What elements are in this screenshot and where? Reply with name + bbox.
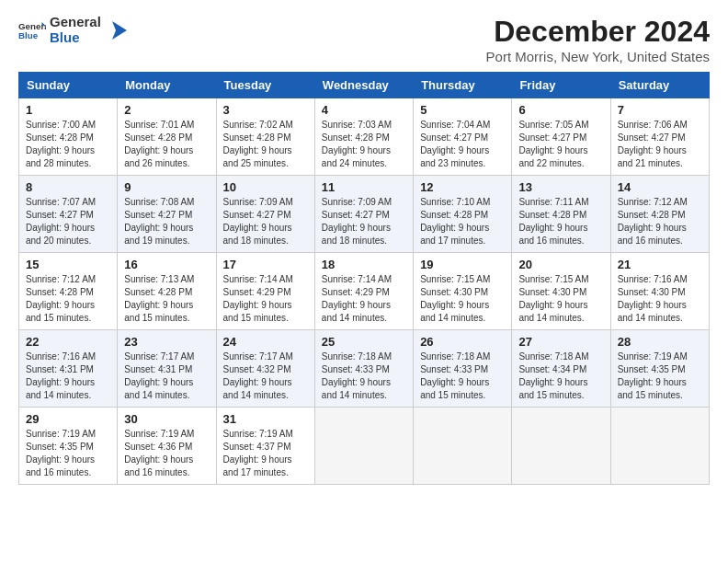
sunset-label: Sunset: 4:27 PM xyxy=(518,132,586,143)
sunset-label: Sunset: 4:28 PM xyxy=(518,210,586,220)
day-number: 20 xyxy=(518,258,603,271)
day-number: 27 xyxy=(518,335,603,349)
calendar-cell: 16 Sunrise: 7:13 AM Sunset: 4:28 PM Dayl… xyxy=(118,253,216,330)
daylight-label: Daylight: 9 hours and 14 minutes. xyxy=(124,377,193,400)
calendar-cell: 1 Sunrise: 7:00 AM Sunset: 4:28 PM Dayli… xyxy=(19,98,118,176)
sunrise-label: Sunrise: 7:03 AM xyxy=(322,120,392,130)
calendar-table: SundayMondayTuesdayWednesdayThursdayFrid… xyxy=(18,72,710,485)
sunset-label: Sunset: 4:35 PM xyxy=(618,364,686,374)
sunset-label: Sunset: 4:27 PM xyxy=(124,210,192,220)
day-info: Sunrise: 7:19 AM Sunset: 4:36 PM Dayligh… xyxy=(124,428,209,479)
calendar-cell: 14 Sunrise: 7:12 AM Sunset: 4:28 PM Dayl… xyxy=(610,176,709,253)
day-info: Sunrise: 7:10 AM Sunset: 4:28 PM Dayligh… xyxy=(420,196,505,247)
daylight-label: Daylight: 9 hours and 18 minutes. xyxy=(223,223,292,246)
day-number: 30 xyxy=(124,412,209,426)
calendar-cell: 29 Sunrise: 7:19 AM Sunset: 4:35 PM Dayl… xyxy=(19,408,118,485)
title-area: December 2024 Port Morris, New York, Uni… xyxy=(486,15,710,64)
sunrise-label: Sunrise: 7:07 AM xyxy=(26,197,96,207)
day-info: Sunrise: 7:19 AM Sunset: 4:35 PM Dayligh… xyxy=(26,428,110,479)
day-info: Sunrise: 7:07 AM Sunset: 4:27 PM Dayligh… xyxy=(26,196,110,247)
day-number: 14 xyxy=(618,180,702,194)
sunrise-label: Sunrise: 7:06 AM xyxy=(618,120,688,130)
daylight-label: Daylight: 9 hours and 15 minutes. xyxy=(518,377,587,400)
calendar-body: 1 Sunrise: 7:00 AM Sunset: 4:28 PM Dayli… xyxy=(19,98,710,485)
day-info: Sunrise: 7:12 AM Sunset: 4:28 PM Dayligh… xyxy=(618,196,702,247)
calendar-cell: 5 Sunrise: 7:04 AM Sunset: 4:27 PM Dayli… xyxy=(414,98,512,176)
daylight-label: Daylight: 9 hours and 16 minutes. xyxy=(518,223,587,246)
sunset-label: Sunset: 4:27 PM xyxy=(26,210,94,220)
day-number: 4 xyxy=(322,103,406,117)
sunrise-label: Sunrise: 7:09 AM xyxy=(223,197,293,207)
day-number: 8 xyxy=(26,180,110,194)
sunrise-label: Sunrise: 7:19 AM xyxy=(26,429,96,439)
column-header-sunday: Sunday xyxy=(19,73,118,98)
daylight-label: Daylight: 9 hours and 14 minutes. xyxy=(618,300,687,323)
day-number: 31 xyxy=(223,412,308,426)
day-number: 22 xyxy=(26,335,110,349)
day-info: Sunrise: 7:14 AM Sunset: 4:29 PM Dayligh… xyxy=(322,273,406,325)
sunset-label: Sunset: 4:29 PM xyxy=(223,287,291,297)
sunset-label: Sunset: 4:30 PM xyxy=(420,287,488,297)
daylight-label: Daylight: 9 hours and 16 minutes. xyxy=(124,454,193,477)
daylight-label: Daylight: 9 hours and 26 minutes. xyxy=(124,145,193,168)
calendar-cell: 24 Sunrise: 7:17 AM Sunset: 4:32 PM Dayl… xyxy=(216,330,314,408)
day-info: Sunrise: 7:09 AM Sunset: 4:27 PM Dayligh… xyxy=(223,196,308,247)
day-info: Sunrise: 7:04 AM Sunset: 4:27 PM Dayligh… xyxy=(420,119,505,170)
sunrise-label: Sunrise: 7:11 AM xyxy=(518,197,588,207)
calendar-cell: 27 Sunrise: 7:18 AM Sunset: 4:34 PM Dayl… xyxy=(512,330,610,408)
day-number: 15 xyxy=(26,258,110,271)
daylight-label: Daylight: 9 hours and 28 minutes. xyxy=(26,145,95,168)
day-number: 9 xyxy=(124,180,209,194)
day-number: 1 xyxy=(26,103,110,117)
day-number: 17 xyxy=(223,258,308,271)
sunrise-label: Sunrise: 7:16 AM xyxy=(26,351,96,362)
sunrise-label: Sunrise: 7:18 AM xyxy=(322,351,392,362)
daylight-label: Daylight: 9 hours and 16 minutes. xyxy=(618,223,687,246)
sunrise-label: Sunrise: 7:19 AM xyxy=(618,351,688,362)
sunset-label: Sunset: 4:29 PM xyxy=(322,287,390,297)
day-info: Sunrise: 7:18 AM Sunset: 4:33 PM Dayligh… xyxy=(420,350,505,402)
logo-general-text: General xyxy=(50,15,101,30)
column-header-tuesday: Tuesday xyxy=(216,73,314,98)
logo: General Blue General Blue xyxy=(18,15,131,45)
calendar-week-5: 29 Sunrise: 7:19 AM Sunset: 4:35 PM Dayl… xyxy=(19,408,710,485)
calendar-week-3: 15 Sunrise: 7:12 AM Sunset: 4:28 PM Dayl… xyxy=(19,253,710,330)
sunrise-label: Sunrise: 7:01 AM xyxy=(124,120,194,130)
day-info: Sunrise: 7:13 AM Sunset: 4:28 PM Dayligh… xyxy=(124,273,209,325)
calendar-cell: 25 Sunrise: 7:18 AM Sunset: 4:33 PM Dayl… xyxy=(314,330,413,408)
calendar-cell xyxy=(314,408,413,485)
day-number: 11 xyxy=(322,180,406,194)
daylight-label: Daylight: 9 hours and 14 minutes. xyxy=(518,300,587,323)
day-info: Sunrise: 7:16 AM Sunset: 4:30 PM Dayligh… xyxy=(618,273,702,325)
calendar-cell: 10 Sunrise: 7:09 AM Sunset: 4:27 PM Dayl… xyxy=(216,176,314,253)
sunrise-label: Sunrise: 7:18 AM xyxy=(420,351,490,362)
calendar-cell: 17 Sunrise: 7:14 AM Sunset: 4:29 PM Dayl… xyxy=(216,253,314,330)
sunset-label: Sunset: 4:31 PM xyxy=(26,364,94,374)
sunset-label: Sunset: 4:31 PM xyxy=(124,364,192,374)
day-info: Sunrise: 7:14 AM Sunset: 4:29 PM Dayligh… xyxy=(223,273,308,325)
calendar-cell: 6 Sunrise: 7:05 AM Sunset: 4:27 PM Dayli… xyxy=(512,98,610,176)
sunset-label: Sunset: 4:28 PM xyxy=(420,210,488,220)
calendar-cell: 12 Sunrise: 7:10 AM Sunset: 4:28 PM Dayl… xyxy=(414,176,512,253)
day-number: 29 xyxy=(26,412,110,426)
column-header-friday: Friday xyxy=(512,73,610,98)
sunset-label: Sunset: 4:28 PM xyxy=(322,132,390,143)
daylight-label: Daylight: 9 hours and 18 minutes. xyxy=(322,223,391,246)
calendar-week-2: 8 Sunrise: 7:07 AM Sunset: 4:27 PM Dayli… xyxy=(19,176,710,253)
day-number: 6 xyxy=(518,103,603,117)
day-number: 5 xyxy=(420,103,505,117)
day-info: Sunrise: 7:17 AM Sunset: 4:32 PM Dayligh… xyxy=(223,350,308,402)
calendar-cell: 18 Sunrise: 7:14 AM Sunset: 4:29 PM Dayl… xyxy=(314,253,413,330)
daylight-label: Daylight: 9 hours and 14 minutes. xyxy=(420,300,489,323)
calendar-cell: 15 Sunrise: 7:12 AM Sunset: 4:28 PM Dayl… xyxy=(19,253,118,330)
calendar-cell xyxy=(414,408,512,485)
sunset-label: Sunset: 4:28 PM xyxy=(124,287,192,297)
sunset-label: Sunset: 4:30 PM xyxy=(518,287,586,297)
daylight-label: Daylight: 9 hours and 15 minutes. xyxy=(420,377,489,400)
sunrise-label: Sunrise: 7:12 AM xyxy=(618,197,688,207)
svg-marker-3 xyxy=(112,21,127,40)
daylight-label: Daylight: 9 hours and 15 minutes. xyxy=(26,300,95,323)
sunset-label: Sunset: 4:33 PM xyxy=(322,364,390,374)
column-header-monday: Monday xyxy=(118,73,216,98)
sunrise-label: Sunrise: 7:17 AM xyxy=(124,351,194,362)
